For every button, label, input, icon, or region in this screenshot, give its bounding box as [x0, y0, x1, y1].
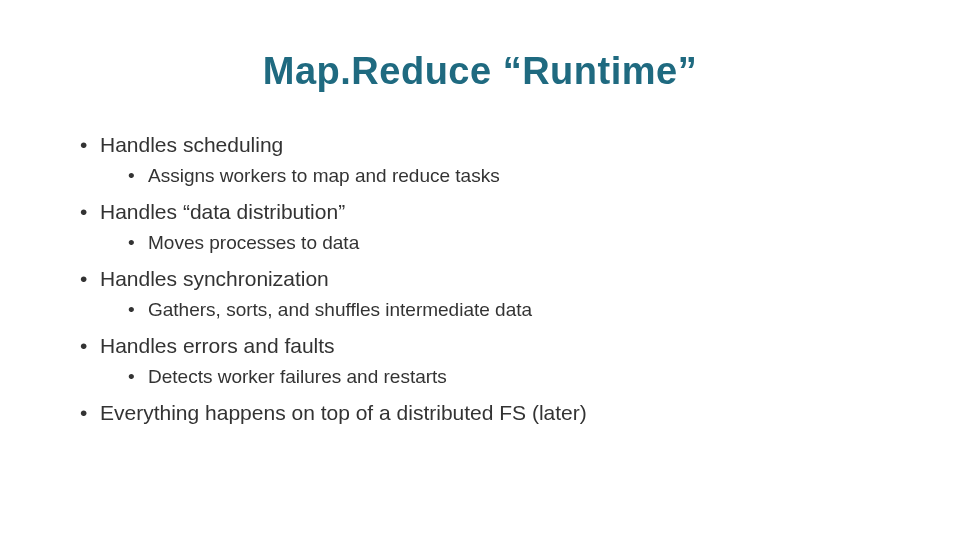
- list-item: Handles “data distribution” Moves proces…: [80, 198, 900, 257]
- slide: Map.Reduce “Runtime” Handles scheduling …: [0, 0, 960, 540]
- sub-list-item: Assigns workers to map and reduce tasks: [128, 163, 900, 190]
- list-item: Handles scheduling Assigns workers to ma…: [80, 131, 900, 190]
- sub-list-item: Gathers, sorts, and shuffles intermediat…: [128, 297, 900, 324]
- bullet-text: Everything happens on top of a distribut…: [100, 401, 587, 424]
- sub-list: Gathers, sorts, and shuffles intermediat…: [100, 297, 900, 324]
- sub-list: Moves processes to data: [100, 230, 900, 257]
- bullet-list: Handles scheduling Assigns workers to ma…: [60, 131, 900, 427]
- bullet-text: Handles scheduling: [100, 133, 283, 156]
- sub-list: Detects worker failures and restarts: [100, 364, 900, 391]
- list-item: Handles errors and faults Detects worker…: [80, 332, 900, 391]
- slide-title: Map.Reduce “Runtime”: [60, 50, 900, 93]
- bullet-text: Handles errors and faults: [100, 334, 335, 357]
- list-item: Everything happens on top of a distribut…: [80, 399, 900, 427]
- bullet-text: Handles “data distribution”: [100, 200, 345, 223]
- sub-list-item: Detects worker failures and restarts: [128, 364, 900, 391]
- bullet-text: Handles synchronization: [100, 267, 329, 290]
- list-item: Handles synchronization Gathers, sorts, …: [80, 265, 900, 324]
- sub-list: Assigns workers to map and reduce tasks: [100, 163, 900, 190]
- sub-list-item: Moves processes to data: [128, 230, 900, 257]
